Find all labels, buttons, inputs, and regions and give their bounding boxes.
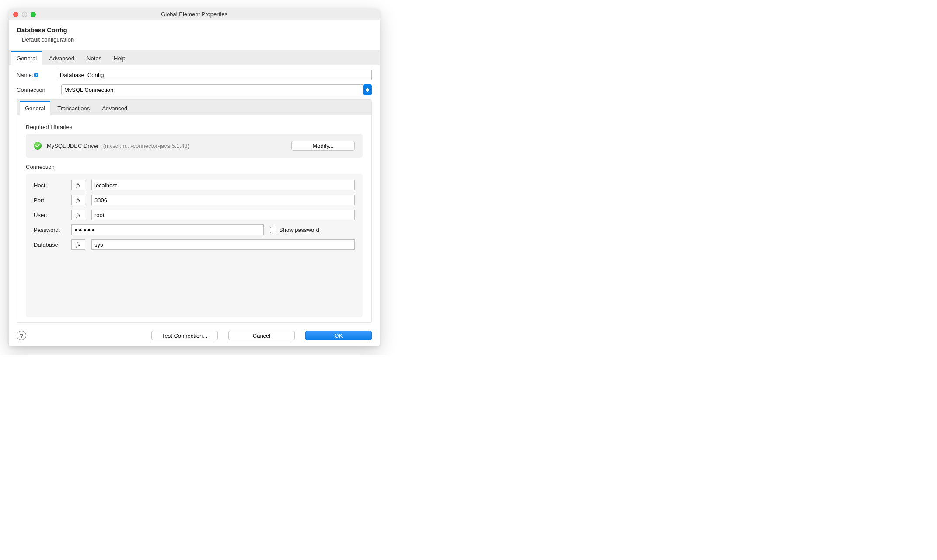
connection-panel: General Transactions Advanced Required L… bbox=[17, 99, 372, 323]
inner-tab-general[interactable]: General bbox=[20, 101, 50, 115]
ok-button[interactable]: OK bbox=[305, 331, 372, 340]
header: Database Config Default configuration bbox=[9, 20, 380, 50]
modify-button[interactable]: Modify... bbox=[291, 141, 355, 150]
name-input[interactable] bbox=[57, 70, 372, 80]
check-icon bbox=[34, 142, 42, 150]
lib-name: MySQL JDBC Driver bbox=[47, 143, 99, 149]
main-tabs: General Advanced Notes Help bbox=[9, 50, 380, 65]
window-title: Global Element Properties bbox=[13, 11, 375, 18]
port-row: Port: fx bbox=[34, 195, 355, 205]
port-input[interactable] bbox=[91, 195, 355, 205]
show-password[interactable]: Show password bbox=[270, 227, 319, 233]
spacer bbox=[34, 254, 355, 311]
name-row: Name:i bbox=[17, 70, 372, 80]
inner-tab-advanced[interactable]: Advanced bbox=[97, 101, 133, 115]
tab-general[interactable]: General bbox=[11, 51, 42, 65]
lib-row: MySQL JDBC Driver (mysql:m...-connector-… bbox=[26, 134, 363, 158]
connection-select[interactable] bbox=[61, 84, 372, 95]
inner-body: Required Libraries MySQL JDBC Driver (my… bbox=[17, 115, 371, 322]
fx-button-database[interactable]: fx bbox=[71, 239, 85, 250]
connection-value[interactable] bbox=[61, 84, 364, 95]
connection-label: Connection bbox=[17, 87, 57, 93]
body: Name:i Connection General Transactions A… bbox=[9, 65, 380, 326]
show-password-checkbox[interactable] bbox=[270, 227, 276, 233]
minimize-icon bbox=[22, 12, 27, 17]
connection-fields: Host: fx Port: fx User: fx bbox=[26, 174, 363, 317]
host-row: Host: fx bbox=[34, 180, 355, 190]
page-subtitle: Default configuration bbox=[17, 36, 372, 43]
inner-tabs: General Transactions Advanced bbox=[17, 100, 371, 115]
dialog-window: Global Element Properties Database Confi… bbox=[9, 9, 380, 346]
close-icon[interactable] bbox=[13, 12, 18, 17]
footer: ? Test Connection... Cancel OK bbox=[9, 326, 380, 346]
database-label: Database: bbox=[34, 242, 71, 248]
connection-row: Connection bbox=[17, 84, 372, 95]
database-row: Database: fx bbox=[34, 239, 355, 250]
password-input[interactable] bbox=[71, 224, 264, 235]
required-libs-label: Required Libraries bbox=[26, 124, 363, 130]
page-title: Database Config bbox=[17, 26, 372, 34]
test-connection-button[interactable]: Test Connection... bbox=[151, 331, 218, 340]
port-label: Port: bbox=[34, 197, 71, 203]
cancel-button[interactable]: Cancel bbox=[228, 331, 295, 340]
titlebar: Global Element Properties bbox=[9, 9, 380, 20]
connection-section-label: Connection bbox=[26, 164, 363, 170]
user-row: User: fx bbox=[34, 210, 355, 220]
fx-button-host[interactable]: fx bbox=[71, 180, 85, 190]
user-input[interactable] bbox=[91, 210, 355, 220]
host-input[interactable] bbox=[91, 180, 355, 190]
footer-buttons: Test Connection... Cancel OK bbox=[151, 331, 372, 340]
window-controls bbox=[13, 12, 36, 17]
password-label: Password: bbox=[34, 227, 71, 233]
lib-detail: (mysql:m...-connector-java:5.1.48) bbox=[103, 143, 189, 149]
tab-help[interactable]: Help bbox=[108, 51, 131, 65]
tab-notes[interactable]: Notes bbox=[81, 51, 107, 65]
user-label: User: bbox=[34, 212, 71, 218]
password-row: Password: Show password bbox=[34, 224, 355, 235]
inner-tab-transactions[interactable]: Transactions bbox=[52, 101, 95, 115]
help-icon[interactable]: ? bbox=[17, 331, 26, 340]
info-icon: i bbox=[34, 73, 38, 77]
zoom-icon[interactable] bbox=[31, 12, 36, 17]
show-password-label: Show password bbox=[279, 227, 319, 233]
database-input[interactable] bbox=[91, 239, 355, 250]
dropdown-icon[interactable] bbox=[363, 84, 372, 95]
host-label: Host: bbox=[34, 182, 71, 189]
name-label: Name:i bbox=[17, 72, 57, 78]
fx-button-port[interactable]: fx bbox=[71, 195, 85, 205]
tab-advanced[interactable]: Advanced bbox=[44, 51, 80, 65]
fx-button-user[interactable]: fx bbox=[71, 210, 85, 220]
